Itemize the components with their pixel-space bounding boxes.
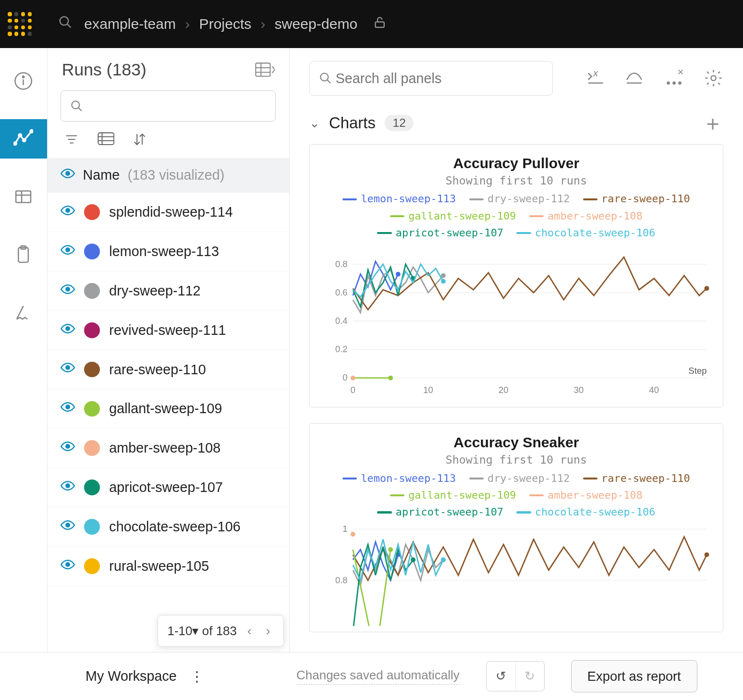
gear-icon[interactable] [704,68,723,88]
export-button[interactable]: Export as report [571,660,697,692]
eye-icon[interactable] [61,557,75,575]
eye-icon[interactable] [61,518,75,536]
nav-reports[interactable] [0,235,47,274]
search-icon [319,72,332,85]
eye-icon[interactable] [61,360,75,378]
run-color-swatch [84,362,100,378]
run-row[interactable]: splendid-sweep-114 [48,193,289,232]
table-icon[interactable] [255,62,275,77]
run-name: revived-sweep-111 [109,322,226,338]
axis-icon[interactable]: x [585,68,605,88]
chevron-right-icon: › [261,16,266,32]
svg-point-40 [66,563,70,566]
svg-point-8 [23,139,25,142]
eye-icon[interactable] [61,243,75,260]
run-row[interactable]: amber-sweep-108 [48,429,289,468]
charts-section-title: Charts [329,114,376,132]
history-buttons: ↺ ↻ [486,661,545,691]
workspace-label[interactable]: My Workspace [85,668,177,684]
svg-point-41 [320,74,328,81]
runs-panel-title: Runs (183) [62,60,146,80]
run-list[interactable]: splendid-sweep-114lemon-sweep-113dry-swe… [48,193,289,652]
chart-legend: lemon-sweep-113dry-sweep-112rare-sweep-1… [319,469,714,520]
chart-plot[interactable]: 0.60.81010203040Step [319,524,714,626]
eye-icon[interactable] [61,321,75,339]
svg-point-33 [66,287,70,291]
kebab-icon[interactable]: ⋮ [190,668,204,685]
panel-search[interactable] [309,61,553,95]
app-logo[interactable] [7,11,33,37]
breadcrumb-team[interactable]: example-team [84,16,176,32]
run-row[interactable]: dry-sweep-112 [48,271,289,311]
svg-point-88 [705,553,709,557]
svg-rect-24 [98,133,114,145]
run-name: chocolate-sweep-106 [109,519,240,535]
svg-text:10: 10 [423,385,433,395]
chart-plot[interactable]: 00.20.40.60.8010203040Step [319,245,714,401]
run-color-swatch [84,204,100,220]
pager-range[interactable]: 1-10▾ of 183 [167,624,237,639]
redo-button[interactable]: ↻ [515,662,544,690]
undo-button[interactable]: ↺ [487,662,515,690]
nav-charts[interactable] [0,119,47,159]
svg-point-6 [14,143,16,145]
breadcrumb-project[interactable]: sweep-demo [275,16,357,32]
eye-icon[interactable] [61,166,75,184]
outliers-icon[interactable]: ✕ [664,68,684,88]
run-row[interactable]: gallant-sweep-109 [48,389,289,429]
run-row[interactable]: apricot-sweep-107 [48,468,289,507]
svg-point-46 [667,82,670,85]
svg-point-7 [19,134,21,136]
eye-icon[interactable] [61,282,75,300]
nav-info[interactable] [0,61,47,100]
runs-column-header[interactable]: Name (183 visualized) [48,158,289,193]
run-row[interactable]: revived-sweep-111 [48,311,289,350]
breadcrumb-section[interactable]: Projects [199,16,252,32]
filter-icon[interactable] [64,132,79,150]
nav-sweeps[interactable] [0,293,47,332]
panel-search-input[interactable] [336,71,543,86]
svg-line-20 [78,108,82,111]
svg-point-19 [72,101,80,109]
pager-prev[interactable]: ‹ [244,622,256,639]
eye-icon[interactable] [61,479,75,496]
eye-icon[interactable] [61,439,75,457]
run-row[interactable]: chocolate-sweep-106 [48,507,289,547]
eye-icon[interactable] [61,400,75,418]
run-name: lemon-sweep-113 [109,244,219,259]
runs-search[interactable] [61,90,276,122]
topbar: example-team › Projects › sweep-demo [0,0,743,48]
svg-text:0: 0 [342,372,347,382]
svg-text:x: x [593,68,598,78]
sort-icon[interactable] [133,132,146,150]
search-icon[interactable] [58,15,73,33]
chart-card[interactable]: Accuracy SneakerShowing first 10 runslem… [309,423,723,632]
runs-search-input[interactable] [84,99,267,112]
svg-text:0.6: 0.6 [335,287,348,297]
run-color-swatch [84,519,100,535]
smoothing-icon[interactable] [624,68,644,88]
run-color-swatch [84,401,100,417]
breadcrumb: example-team › Projects › sweep-demo [84,16,386,32]
autosave-status: Changes saved automatically [296,668,460,685]
svg-text:0.2: 0.2 [335,344,348,354]
svg-rect-2 [376,22,384,27]
run-row[interactable]: rare-sweep-110 [48,350,289,390]
column-name-count: (183 visualized) [128,167,224,183]
run-color-swatch [84,440,100,456]
add-chart-button[interactable]: ＋ [702,112,723,134]
run-name: gallant-sweep-109 [109,401,222,417]
search-icon [70,99,83,112]
charts-section-header[interactable]: ⌄ Charts 12 ＋ [309,112,723,134]
nav-table[interactable] [0,177,47,216]
pager-next[interactable]: › [262,622,274,639]
unlock-icon[interactable] [373,16,386,32]
chart-card[interactable]: Accuracy PulloverShowing first 10 runsle… [309,144,723,407]
columns-icon[interactable] [97,132,115,150]
eye-icon[interactable] [61,203,75,221]
run-row[interactable]: lemon-sweep-113 [48,232,289,271]
svg-rect-15 [256,63,270,76]
svg-text:0: 0 [351,385,355,395]
run-row[interactable]: rural-sweep-105 [48,547,289,586]
chart-title: Accuracy Pullover [319,155,714,172]
